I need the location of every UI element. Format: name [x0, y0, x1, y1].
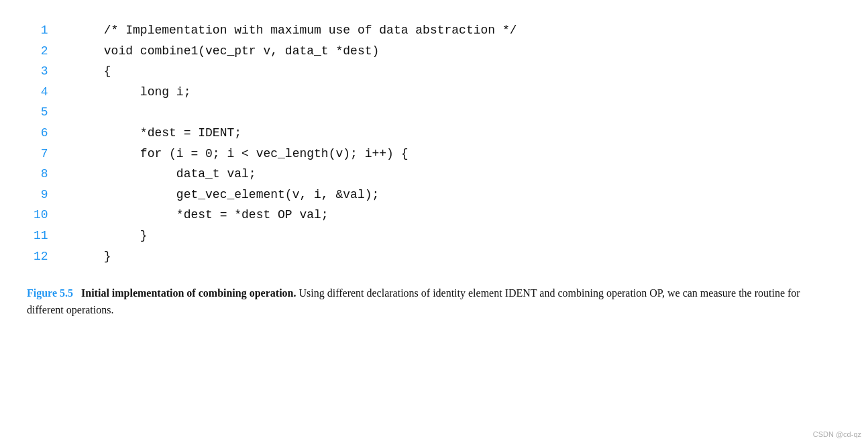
- code-block: 1 /* Implementation with maximum use of …: [27, 13, 841, 273]
- line-content: }: [68, 226, 841, 246]
- line-number: 9: [27, 185, 68, 205]
- code-line: 6 *dest = IDENT;: [27, 123, 841, 144]
- caption-label: Figure 5.5: [27, 287, 73, 299]
- line-content: [68, 102, 841, 123]
- watermark: CSDN @cd-qz: [813, 430, 861, 438]
- code-line: 2 void combine1(vec_ptr v, data_t *dest): [27, 41, 841, 62]
- figure-caption: Figure 5.5 Initial implementation of com…: [27, 285, 832, 319]
- line-number: 4: [27, 82, 68, 103]
- code-line: 8 data_t val;: [27, 164, 841, 185]
- code-line: 4 long i;: [27, 82, 841, 103]
- line-number: 3: [27, 61, 68, 82]
- code-line: 5: [27, 102, 841, 123]
- line-number: 12: [27, 246, 68, 267]
- code-line: 9 get_vec_element(v, i, &val);: [27, 185, 841, 205]
- line-content: for (i = 0; i < vec_length(v); i++) {: [68, 144, 841, 164]
- line-number: 5: [27, 102, 68, 123]
- line-content: /* Implementation with maximum use of da…: [68, 20, 841, 41]
- code-table: 1 /* Implementation with maximum use of …: [27, 20, 841, 266]
- code-line: 3 {: [27, 61, 841, 82]
- line-content: get_vec_element(v, i, &val);: [68, 185, 841, 205]
- line-content: {: [68, 61, 841, 82]
- line-content: void combine1(vec_ptr v, data_t *dest): [68, 41, 841, 62]
- line-content: long i;: [68, 82, 841, 103]
- line-content: *dest = *dest OP val;: [68, 205, 841, 226]
- line-number: 6: [27, 123, 68, 144]
- line-number: 7: [27, 144, 68, 164]
- code-line: 10 *dest = *dest OP val;: [27, 205, 841, 226]
- line-content: data_t val;: [68, 164, 841, 185]
- line-content: }: [68, 246, 841, 267]
- code-line: 7 for (i = 0; i < vec_length(v); i++) {: [27, 144, 841, 164]
- line-number: 10: [27, 205, 68, 226]
- code-line: 11 }: [27, 226, 841, 246]
- line-content: *dest = IDENT;: [68, 123, 841, 144]
- caption-title: Initial implementation of combining oper…: [81, 287, 296, 299]
- line-number: 2: [27, 41, 68, 62]
- code-line: 12 }: [27, 246, 841, 267]
- line-number: 1: [27, 20, 68, 41]
- line-number: 11: [27, 226, 68, 246]
- line-number: 8: [27, 164, 68, 185]
- code-line: 1 /* Implementation with maximum use of …: [27, 20, 841, 41]
